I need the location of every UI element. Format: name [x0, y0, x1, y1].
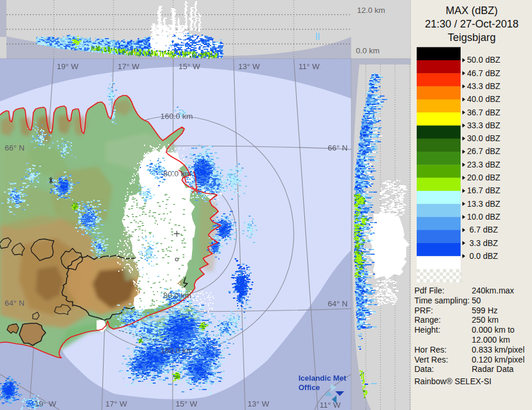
svg-text:599 Hz: 599 Hz: [472, 306, 497, 315]
svg-text:21:30 / 27-Oct-2018: 21:30 / 27-Oct-2018: [425, 18, 519, 30]
svg-text:10.0 dBZ: 10.0 dBZ: [467, 212, 500, 221]
svg-text:250 km: 250 km: [472, 315, 499, 324]
svg-text:3.3 dBZ: 3.3 dBZ: [467, 238, 498, 248]
svg-text:0.833 km/pixel: 0.833 km/pixel: [472, 345, 524, 354]
svg-text:0.000 km to: 0.000 km to: [472, 325, 514, 334]
svg-text:66° N: 66° N: [5, 144, 25, 152]
svg-text:46.7 dBZ: 46.7 dBZ: [467, 69, 500, 78]
svg-text:40.0 dBZ: 40.0 dBZ: [467, 94, 500, 104]
svg-text:12.000 km: 12.000 km: [472, 335, 510, 344]
svg-text:64° N: 64° N: [328, 299, 348, 308]
svg-text:36.7 dBZ: 36.7 dBZ: [467, 108, 500, 117]
svg-text:160.0 km: 160.0 km: [160, 112, 193, 121]
svg-text:Range:: Range:: [414, 315, 441, 324]
svg-text:Teigsbjarg: Teigsbjarg: [448, 32, 496, 43]
svg-text:15° W: 15° W: [179, 62, 200, 71]
svg-text:PRF:: PRF:: [414, 306, 433, 315]
svg-text:15° W: 15° W: [176, 399, 197, 408]
svg-text:0.0 km: 0.0 km: [356, 46, 380, 55]
svg-text:11° W: 11° W: [320, 401, 341, 409]
svg-text:Hor Res:: Hor Res:: [414, 345, 447, 354]
svg-text:Radar Data: Radar Data: [472, 364, 514, 374]
svg-text:50.0 dBZ: 50.0 dBZ: [467, 55, 500, 64]
svg-text:17° W: 17° W: [118, 62, 139, 71]
svg-text:13° W: 13° W: [238, 62, 260, 71]
svg-text:Pdf File:: Pdf File:: [414, 286, 444, 295]
svg-text:64° N: 64° N: [5, 299, 25, 308]
svg-text:12.0 km: 12.0 km: [357, 6, 385, 15]
svg-text:50: 50: [472, 296, 481, 305]
svg-text:16.7 dBZ: 16.7 dBZ: [467, 186, 500, 195]
svg-text:66° N: 66° N: [328, 144, 348, 152]
svg-text:80.0 km: 80.0 km: [163, 169, 191, 178]
svg-text:43.3 dBZ: 43.3 dBZ: [467, 81, 500, 91]
svg-text:Office: Office: [298, 383, 320, 392]
svg-text:Time sampling:: Time sampling:: [414, 296, 469, 305]
svg-text:160.0 km: 160.0 km: [160, 346, 193, 355]
svg-text:20.0 dBZ: 20.0 dBZ: [467, 173, 500, 182]
svg-text:0.0 dBZ: 0.0 dBZ: [467, 251, 498, 261]
svg-text:240km.max: 240km.max: [472, 286, 514, 295]
svg-text:Icelandic Met: Icelandic Met: [298, 374, 346, 382]
svg-text:13.3 dBZ: 13.3 dBZ: [467, 199, 500, 209]
svg-text:33.3 dBZ: 33.3 dBZ: [467, 121, 500, 130]
svg-text:17° W: 17° W: [105, 399, 127, 408]
svg-text:80.0 km: 80.0 km: [163, 291, 191, 300]
svg-text:Data:: Data:: [414, 364, 434, 374]
svg-text:11° W: 11° W: [298, 62, 320, 71]
svg-text:Rainbow® SELEX-SI: Rainbow® SELEX-SI: [414, 377, 492, 386]
svg-text:19° W: 19° W: [57, 62, 78, 71]
svg-text:Height:: Height:: [414, 325, 440, 334]
svg-text:23.3 dBZ: 23.3 dBZ: [467, 160, 500, 169]
svg-text:13° W: 13° W: [248, 399, 269, 408]
svg-text:30.0 dBZ: 30.0 dBZ: [467, 134, 500, 143]
svg-text:MAX (dBZ): MAX (dBZ): [445, 5, 497, 16]
svg-text:Vert Res:: Vert Res:: [414, 355, 448, 364]
svg-text:19° W: 19° W: [35, 399, 56, 408]
svg-text:0.120 km/pixel: 0.120 km/pixel: [472, 355, 524, 364]
svg-text:6.7 dBZ: 6.7 dBZ: [467, 225, 498, 234]
svg-text:26.7 dBZ: 26.7 dBZ: [467, 146, 500, 156]
